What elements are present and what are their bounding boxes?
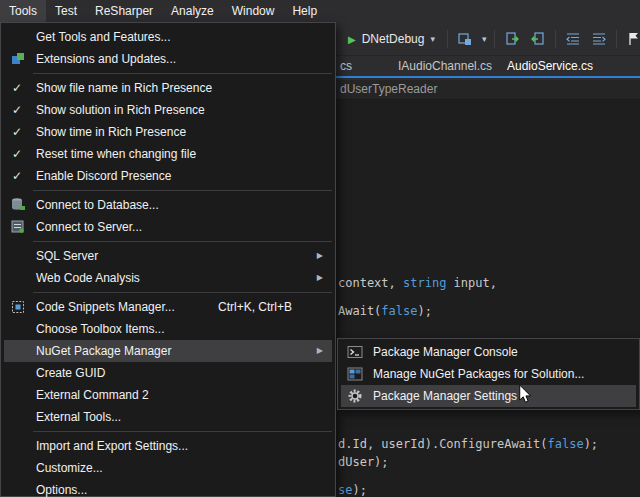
checkmark-icon: ✓ (12, 121, 22, 143)
code-token: se (338, 483, 352, 497)
menu-item-label: Package Manager Console (373, 345, 518, 359)
menu-item-show-time-rich-presence[interactable]: ✓ Show time in Rich Presence (4, 121, 332, 143)
code-token: dUser); (338, 455, 389, 469)
extensions-icon (10, 51, 26, 67)
code-line: se); (338, 483, 367, 497)
menu-item-label: Reset time when changing file (36, 147, 196, 161)
menu-item-web-code-analysis[interactable]: Web Code Analysis ▶ (4, 267, 332, 289)
vs-window: Tools Test ReSharper Analyze Window Help… (0, 0, 640, 497)
menu-item-reset-time-when-changing-file[interactable]: ✓ Reset time when changing file (4, 143, 332, 165)
export-document-icon[interactable] (503, 30, 521, 48)
tools-menu: Get Tools and Features... Extensions and… (0, 22, 336, 497)
tab-partial[interactable]: cs (340, 59, 352, 73)
snippets-icon (10, 299, 26, 315)
menu-separator (33, 190, 332, 191)
toolbar-separator (555, 30, 556, 48)
server-icon (10, 219, 26, 235)
menu-item-label: Options... (36, 483, 87, 497)
menu-item-label: Show solution in Rich Presence (36, 103, 205, 117)
checkmark-icon: ✓ (12, 77, 22, 99)
attach-debugger-icon[interactable] (456, 30, 474, 48)
submenu-arrow-icon: ▶ (317, 340, 323, 362)
menu-item-label: NuGet Package Manager (36, 344, 171, 358)
menu-item-label: Import and Export Settings... (36, 439, 188, 453)
code-line: context, string input, (338, 276, 497, 290)
chevron-down-icon[interactable]: ▾ (482, 34, 487, 44)
menubar-item-tools[interactable]: Tools (0, 0, 46, 22)
tab-audioservice[interactable]: AudioService.cs (507, 59, 593, 73)
menu-item-label: Create GUID (36, 366, 105, 380)
menu-item-show-solution-rich-presence[interactable]: ✓ Show solution in Rich Presence (4, 99, 332, 121)
checkmark-icon: ✓ (12, 143, 22, 165)
menu-item-label: Enable Discord Presence (36, 169, 171, 183)
menu-separator (33, 431, 332, 432)
menu-item-label: Web Code Analysis (36, 271, 140, 285)
gear-icon (347, 388, 363, 404)
menu-item-label: External Command 2 (36, 388, 149, 402)
code-token: false (381, 304, 417, 318)
menu-item-label: Show file name in Rich Presence (36, 81, 212, 95)
menu-separator (33, 241, 332, 242)
toolbar-separator (616, 30, 617, 48)
menu-item-package-manager-console[interactable]: Package Manager Console (341, 341, 636, 363)
menu-item-label: Extensions and Updates... (36, 52, 176, 66)
menu-item-nuget-package-manager[interactable]: NuGet Package Manager ▶ (4, 340, 332, 362)
menu-item-label: Show time in Rich Presence (36, 125, 186, 139)
menubar-item-resharper[interactable]: ReSharper (86, 0, 162, 22)
menu-item-show-file-name-rich-presence[interactable]: ✓ Show file name in Rich Presence (4, 77, 332, 99)
decrease-indent-icon[interactable] (564, 30, 582, 48)
tab-iaudiochannel[interactable]: IAudioChannel.cs (398, 59, 492, 73)
code-token: ); (352, 483, 366, 497)
chevron-down-icon: ▾ (430, 34, 435, 44)
bookmark-icon[interactable] (625, 30, 640, 48)
import-document-icon[interactable] (529, 30, 547, 48)
code-token: ); (417, 304, 431, 318)
menu-item-label: Code Snippets Manager... (36, 300, 175, 314)
mouse-cursor (518, 384, 532, 408)
menubar-item-test[interactable]: Test (46, 0, 86, 22)
menu-item-label: Manage NuGet Packages for Solution... (373, 367, 584, 381)
menubar-item-window[interactable]: Window (223, 0, 284, 22)
menu-item-label: External Tools... (36, 410, 121, 424)
checkmark-icon: ✓ (12, 165, 22, 187)
menu-item-connect-to-server[interactable]: Connect to Server... (4, 216, 332, 238)
menu-item-options[interactable]: Options... (4, 479, 332, 497)
start-debug-button[interactable]: ▶ DNetDebug ▾ (344, 30, 439, 48)
menubar-item-help[interactable]: Help (283, 0, 326, 22)
submenu-arrow-icon: ▶ (317, 267, 323, 289)
database-icon (10, 197, 26, 213)
menu-item-get-tools-and-features[interactable]: Get Tools and Features... (4, 26, 332, 48)
code-token: input, (446, 276, 497, 290)
toolbar-separator (494, 30, 495, 48)
menu-item-choose-toolbox-items[interactable]: Choose Toolbox Items... (4, 318, 332, 340)
menu-item-connect-to-database[interactable]: Connect to Database... (4, 194, 332, 216)
menu-item-external-tools[interactable]: External Tools... (4, 406, 332, 428)
menu-separator (33, 73, 332, 74)
menu-item-enable-discord-presence[interactable]: ✓ Enable Discord Presence (4, 165, 332, 187)
menu-item-label: Choose Toolbox Items... (36, 322, 165, 336)
increase-indent-icon[interactable] (590, 30, 608, 48)
menu-bar: Tools Test ReSharper Analyze Window Help (0, 0, 640, 22)
menu-item-import-and-export-settings[interactable]: Import and Export Settings... (4, 435, 332, 457)
menu-item-external-command-2[interactable]: External Command 2 (4, 384, 332, 406)
menu-item-label: Connect to Server... (36, 220, 142, 234)
menu-item-sql-server[interactable]: SQL Server ▶ (4, 245, 332, 267)
menu-item-code-snippets-manager[interactable]: Code Snippets Manager... Ctrl+K, Ctrl+B (4, 296, 332, 318)
checkmark-icon: ✓ (12, 99, 22, 121)
menu-item-extensions-and-updates[interactable]: Extensions and Updates... (4, 48, 332, 70)
code-line: dUser); (338, 455, 389, 469)
breadcrumb[interactable]: dUserTypeReader (340, 82, 437, 96)
code-token: Await( (338, 304, 381, 318)
menubar-item-analyze[interactable]: Analyze (162, 0, 223, 22)
menu-item-label: Connect to Database... (36, 198, 159, 212)
menu-item-customize[interactable]: Customize... (4, 457, 332, 479)
menu-item-create-guid[interactable]: Create GUID (4, 362, 332, 384)
menu-separator (33, 292, 332, 293)
menu-item-package-manager-settings[interactable]: Package Manager Settings (341, 385, 636, 407)
play-icon: ▶ (348, 34, 356, 45)
run-config-label: DNetDebug (362, 32, 425, 46)
nuget-submenu: Package Manager Console Manage NuGet Pac… (337, 338, 640, 410)
menu-item-manage-nuget-packages-for-solution[interactable]: Manage NuGet Packages for Solution... (341, 363, 636, 385)
menu-item-shortcut: Ctrl+K, Ctrl+B (218, 296, 292, 318)
console-icon (347, 344, 363, 360)
